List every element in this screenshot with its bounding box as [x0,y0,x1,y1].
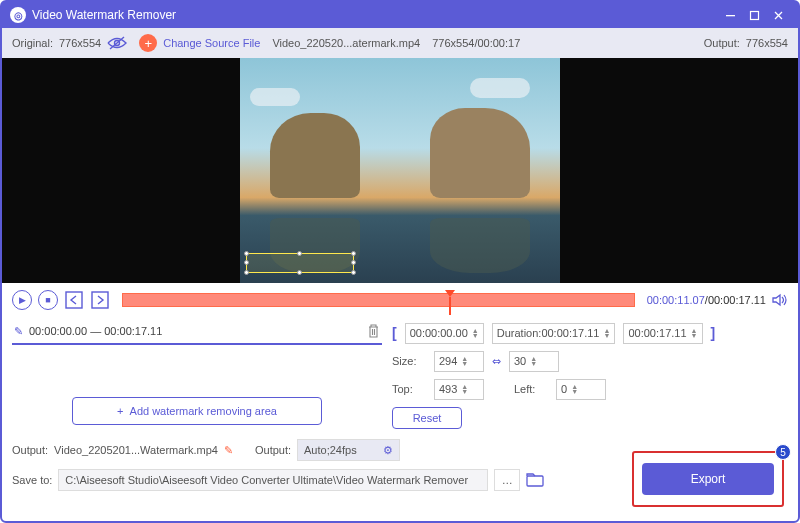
trash-icon[interactable] [367,324,380,338]
step-badge: 5 [775,444,791,460]
output-dims: 776x554 [746,37,788,49]
output-file-label: Output: [12,444,48,456]
spinner-icon[interactable]: ▲▼ [530,356,537,366]
link-icon[interactable]: ⇔ [492,355,501,368]
top-input[interactable]: 493▲▼ [434,379,484,400]
bracket-out-button[interactable]: ] [711,325,716,341]
left-input[interactable]: 0▲▼ [556,379,606,400]
window-title: Video Watermark Remover [32,8,718,22]
source-meta: 776x554/00:00:17 [432,37,520,49]
svg-rect-4 [66,292,82,308]
save-to-label: Save to: [12,474,52,486]
spinner-icon[interactable]: ▲▼ [461,356,468,366]
playhead-icon[interactable] [445,290,455,297]
format-select[interactable]: Auto;24fps ⚙ [297,439,400,461]
play-button[interactable]: ▶ [12,290,32,310]
reset-button[interactable]: Reset [392,407,462,429]
spinner-icon[interactable]: ▲▼ [461,384,468,394]
segment-row[interactable]: ✎ 00:00:00.00 — 00:00:17.11 [12,319,382,345]
width-input[interactable]: 294▲▼ [434,351,484,372]
duration-input[interactable]: Duration:00:00:17.11▲▼ [492,323,616,344]
export-button[interactable]: Export [642,463,774,495]
segment-range: 00:00:00.00 — 00:00:17.11 [29,325,162,337]
maximize-button[interactable] [742,6,766,24]
plus-icon: + [117,405,123,417]
start-time-input[interactable]: 00:00:00.00▲▼ [405,323,484,344]
top-label: Top: [392,383,426,395]
minimize-button[interactable] [718,6,742,24]
export-highlight: 5 Export [632,451,784,507]
gear-icon[interactable]: ⚙ [383,444,393,457]
edit-pencil-icon[interactable]: ✎ [224,444,233,457]
browse-button[interactable]: … [494,469,520,491]
change-source-button[interactable]: Change Source File [163,37,260,49]
output-dims-label: Output: [704,37,740,49]
app-logo-icon: ◎ [10,7,26,23]
left-label: Left: [514,383,548,395]
add-source-icon[interactable]: + [139,34,157,52]
add-area-button[interactable]: + Add watermark removing area [72,397,322,425]
step-fwd-button[interactable] [90,290,110,310]
stop-button[interactable]: ■ [38,290,58,310]
watermark-selection-box[interactable] [246,253,354,273]
spinner-icon[interactable]: ▲▼ [691,328,698,338]
timecode: 00:00:11.07/00:00:17.11 [647,294,766,306]
original-dims: 776x554 [59,37,101,49]
spinner-icon[interactable]: ▲▼ [604,328,611,338]
height-input[interactable]: 30▲▼ [509,351,559,372]
svg-rect-0 [726,15,735,16]
save-path-input[interactable]: C:\Aiseesoft Studio\Aiseesoft Video Conv… [58,469,488,491]
format-label: Output: [255,444,291,456]
step-back-button[interactable] [64,290,84,310]
timeline-slider[interactable] [122,293,635,307]
close-button[interactable] [766,6,790,24]
volume-icon[interactable] [772,293,788,307]
open-folder-icon[interactable] [526,473,544,487]
svg-rect-5 [92,292,108,308]
output-filename: Video_2205201...Watermark.mp4 [54,444,218,456]
video-preview[interactable] [2,58,798,283]
end-time-input[interactable]: 00:00:17.11▲▼ [623,323,702,344]
svg-rect-1 [750,11,758,19]
bracket-in-button[interactable]: [ [392,325,397,341]
svg-rect-6 [527,476,543,486]
pencil-icon: ✎ [14,325,23,338]
size-label: Size: [392,355,426,367]
source-filename: Video_220520...atermark.mp4 [272,37,420,49]
spinner-icon[interactable]: ▲▼ [571,384,578,394]
eye-off-icon[interactable] [107,36,127,50]
spinner-icon[interactable]: ▲▼ [472,328,479,338]
original-label: Original: [12,37,53,49]
